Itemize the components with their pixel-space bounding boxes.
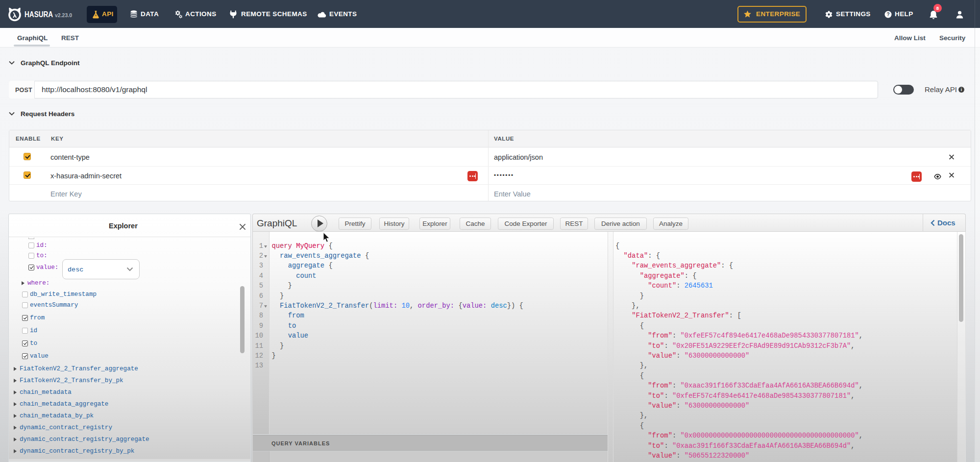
- svg-text:?: ?: [886, 12, 889, 17]
